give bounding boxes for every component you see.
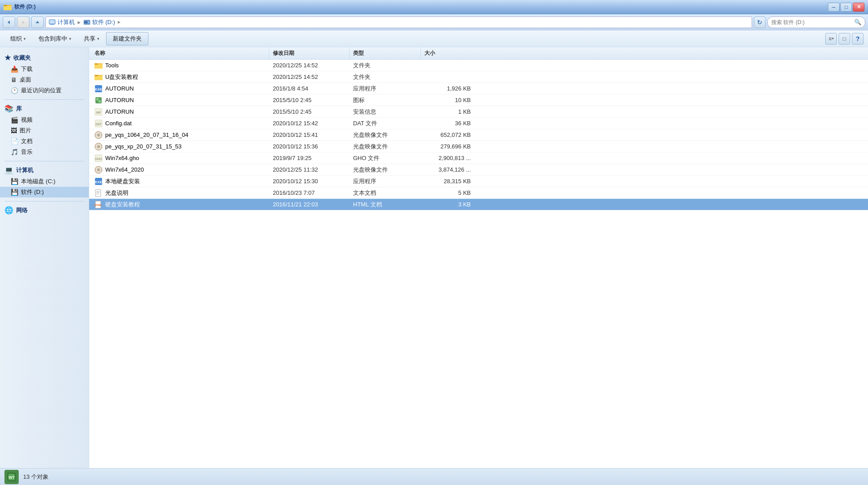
col-date-header[interactable]: 修改日期 — [269, 47, 350, 59]
svg-rect-22 — [99, 100, 101, 103]
organize-arrow: ▾ — [24, 37, 26, 41]
sidebar-item-image[interactable]: 🖼 图片 — [0, 125, 89, 136]
table-row[interactable]: EXE AUTORUN 2016/1/8 4:54 应用程序 1,926 KB — [89, 83, 868, 95]
file-icon — [95, 166, 103, 174]
svg-rect-13 — [95, 64, 103, 69]
organize-button[interactable]: 组织 ▾ — [4, 32, 32, 45]
sidebar-library-header[interactable]: 📚 库 — [0, 103, 89, 115]
sidebar-computer-header[interactable]: 💻 计算机 — [0, 164, 89, 176]
breadcrumb-arrow[interactable]: ► — [117, 20, 121, 25]
file-icon: INF — [95, 108, 103, 116]
minimize-button[interactable]: ─ — [828, 3, 839, 12]
file-icon: EXE — [95, 177, 103, 185]
library-icon: 📚 — [4, 104, 13, 113]
disk-d-icon: 💾 — [11, 189, 18, 196]
svg-text:W7: W7 — [8, 475, 15, 480]
up-button[interactable] — [31, 16, 44, 28]
back-button[interactable] — [3, 16, 15, 28]
svg-rect-7 — [50, 24, 54, 25]
file-icon — [95, 143, 103, 151]
sidebar-item-recent[interactable]: 🕐 最近访问的位置 — [0, 85, 89, 96]
table-row[interactable]: EXE 本地硬盘安装 2020/10/12 15:30 应用程序 28,315 … — [89, 176, 868, 187]
titlebar-left: 软件 (D:) — [4, 3, 36, 11]
table-row[interactable]: 光盘说明 2016/10/23 7:07 文本文档 5 KB — [89, 187, 868, 199]
maximize-button[interactable]: □ — [840, 3, 852, 12]
sidebar-item-disk-d[interactable]: 💾 软件 (D:) — [0, 187, 89, 197]
sidebar-item-music[interactable]: 🎵 音乐 — [0, 147, 89, 157]
file-name-label: AUTORUN — [105, 108, 134, 115]
svg-point-32 — [98, 146, 99, 147]
breadcrumb-sep-1: ► — [77, 20, 82, 25]
sidebar-item-disk-c[interactable]: 💾 本地磁盘 (C:) — [0, 176, 89, 187]
new-folder-button[interactable]: 新建文件夹 — [106, 32, 148, 45]
refresh-button[interactable]: ↻ — [754, 16, 765, 28]
table-row[interactable]: GHO Win7x64.gho 2019/9/7 19:25 GHO 文件 2,… — [89, 152, 868, 164]
file-size-cell: 1,926 KB — [421, 85, 474, 92]
sidebar-item-desktop[interactable]: 🖥 桌面 — [0, 74, 89, 85]
svg-text:EXE: EXE — [95, 180, 103, 184]
svg-point-10 — [88, 21, 90, 23]
file-date-cell: 2020/10/12 15:36 — [269, 143, 350, 150]
file-size-cell: 279,696 KB — [421, 143, 474, 150]
table-row[interactable]: AUTORUN 2015/5/10 2:45 图标 10 KB — [89, 95, 868, 106]
preview-pane-button[interactable]: □ — [839, 33, 850, 45]
sidebar-item-download[interactable]: 📥 下载 — [0, 64, 89, 74]
file-name-label: AUTORUN — [105, 97, 134, 103]
addressbar: 计算机 ► 软件 (D:) ► ↻ 🔍 — [0, 14, 868, 30]
table-row[interactable]: pe_yqs_xp_20_07_31_15_53 2020/10/12 15:3… — [89, 141, 868, 152]
file-icon: HTML — [95, 201, 103, 209]
table-row[interactable]: INF AUTORUN 2015/5/10 2:45 安装信息 1 KB — [89, 106, 868, 118]
file-area: 名称 修改日期 类型 大小 Tools 2020/12/25 14:52 文件夹… — [89, 47, 868, 468]
file-icon — [95, 73, 103, 81]
sidebar-item-video[interactable]: 🎬 视频 — [0, 115, 89, 125]
file-size-cell: 3,874,126 ... — [421, 166, 474, 173]
main-area: ★ 收藏夹 📥 下载 🖥 桌面 🕐 最近访问的位置 📚 库 — [0, 47, 868, 468]
table-row[interactable]: pe_yqs_1064_20_07_31_16_04 2020/10/12 15… — [89, 129, 868, 141]
file-name-label: Win7x64_2020 — [105, 166, 144, 173]
svg-text:DAT: DAT — [95, 123, 102, 126]
sidebar-item-document[interactable]: 📄 文档 — [0, 136, 89, 147]
svg-marker-5 — [36, 21, 39, 23]
file-date-cell: 2015/5/10 2:45 — [269, 108, 350, 115]
file-date-cell: 2019/9/7 19:25 — [269, 155, 350, 161]
file-name-label: 光盘说明 — [105, 189, 128, 197]
file-name-cell: Tools — [91, 62, 269, 70]
download-icon: 📥 — [11, 66, 18, 73]
col-name-header[interactable]: 名称 — [91, 47, 269, 59]
table-row[interactable]: HTML 硬盘安装教程 2016/11/21 22:03 HTML 文档 3 K… — [89, 199, 868, 210]
view-toggle-button[interactable]: ≡ ▾ — [825, 33, 837, 45]
file-icon — [95, 189, 103, 197]
share-button[interactable]: 共享 ▾ — [78, 32, 105, 45]
sidebar-network-header[interactable]: 🌐 网络 — [0, 204, 89, 216]
recent-icon: 🕐 — [11, 87, 18, 94]
file-icon: GHO — [95, 154, 103, 162]
breadcrumb-drive[interactable]: 软件 (D:) — [92, 18, 115, 26]
file-size-cell: 36 KB — [421, 120, 474, 127]
table-row[interactable]: DAT Config.dat 2020/10/12 15:42 DAT 文件 3… — [89, 118, 868, 129]
file-size-cell: 2,900,813 ... — [421, 155, 474, 161]
file-type-cell: 光盘映像文件 — [350, 143, 421, 151]
file-name-cell: Win7x64_2020 — [91, 166, 269, 174]
file-size-cell: 1 KB — [421, 108, 474, 115]
status-app-icon: W7 — [4, 470, 19, 484]
search-input[interactable] — [771, 19, 852, 25]
sidebar-favorites-header[interactable]: ★ 收藏夹 — [0, 52, 89, 64]
close-button[interactable]: ✕ — [853, 3, 864, 12]
table-row[interactable]: Tools 2020/12/25 14:52 文件夹 — [89, 60, 868, 71]
svg-text:HTML: HTML — [95, 204, 102, 206]
file-name-cell: 光盘说明 — [91, 189, 269, 197]
col-size-header[interactable]: 大小 — [421, 47, 474, 59]
file-name-cell: pe_yqs_1064_20_07_31_16_04 — [91, 131, 269, 139]
forward-button[interactable] — [17, 16, 29, 28]
library-button[interactable]: 包含到库中 ▾ — [33, 32, 77, 45]
file-icon — [95, 62, 103, 70]
search-box: 🔍 — [767, 16, 865, 28]
share-arrow: ▾ — [97, 37, 99, 41]
help-button[interactable]: ? — [852, 33, 864, 45]
table-row[interactable]: U盘安装教程 2020/12/25 14:52 文件夹 — [89, 71, 868, 83]
file-name-label: Win7x64.gho — [105, 155, 139, 161]
breadcrumb-computer[interactable]: 计算机 — [58, 18, 75, 26]
col-type-header[interactable]: 类型 — [350, 47, 421, 59]
table-row[interactable]: Win7x64_2020 2020/12/25 11:32 光盘映像文件 3,8… — [89, 164, 868, 176]
file-type-cell: 应用程序 — [350, 177, 421, 185]
